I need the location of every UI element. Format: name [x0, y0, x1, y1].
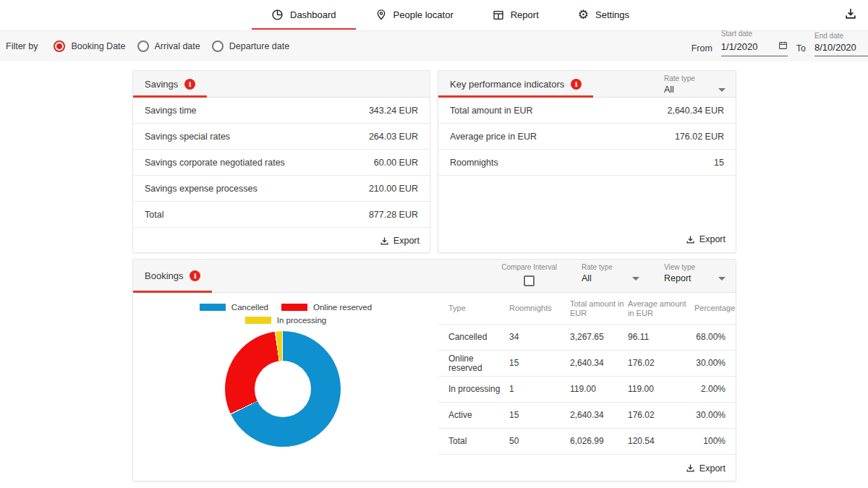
cell-type: Total: [448, 437, 509, 446]
cell-percentage: 30.00%: [694, 359, 726, 368]
savings-row-value: 343.24 EUR: [369, 106, 418, 116]
cell-percentage: 2.00%: [694, 385, 726, 394]
radio-label: Booking Date: [71, 41, 125, 51]
tab-settings[interactable]: ⚙ Settings: [558, 0, 649, 30]
tab-report[interactable]: Report: [473, 0, 558, 30]
gear-icon: ⚙: [578, 9, 589, 21]
rate-type-label: Rate type: [664, 74, 726, 82]
chart-legend: Cancelled Online reserved In processing: [195, 303, 376, 325]
bookings-chart-zone: Cancelled Online reserved In processing: [133, 293, 438, 481]
compare-interval-label: Compare Interval: [501, 263, 557, 271]
tab-dashboard[interactable]: Dashboard: [252, 0, 356, 30]
cell-total: 119.00: [570, 385, 628, 394]
col-header: Type: [448, 304, 509, 313]
tab-people-locator[interactable]: People locator: [356, 0, 473, 30]
info-icon[interactable]: [190, 270, 200, 281]
col-header: Percentage: [694, 304, 735, 313]
cell-roomnights: 15: [509, 359, 570, 368]
cell-percentage: 100%: [694, 437, 726, 446]
to-label: To: [796, 43, 806, 53]
cell-roomnights: 50: [509, 437, 570, 446]
chevron-down-icon: [632, 277, 639, 281]
savings-total-row: Total 877.28 EUR: [133, 202, 430, 228]
bookings-card-header: Bookings Compare Interval Rate type All …: [133, 260, 736, 293]
info-icon[interactable]: [571, 79, 582, 90]
savings-row-value: 264.03 EUR: [369, 132, 418, 142]
end-date-label: End date: [814, 32, 868, 40]
view-type-label: View type: [664, 263, 726, 271]
chevron-down-icon: [718, 277, 726, 281]
savings-card-header: Savings: [133, 71, 430, 98]
kpi-row-label: Average price in EUR: [450, 132, 537, 142]
cell-average: 119.00: [628, 385, 694, 394]
cell-total: 2,640.34: [570, 411, 628, 420]
cell-average: 96.11: [628, 333, 694, 342]
savings-row: Savings time 343.24 EUR: [133, 98, 430, 124]
radio-label: Arrival date: [155, 41, 200, 51]
radio-departure-date[interactable]: Departure date: [212, 40, 289, 52]
download-icon: [685, 234, 696, 245]
legend-label: Cancelled: [231, 303, 268, 312]
kpi-export-button[interactable]: Export: [438, 226, 736, 252]
col-header: Roomnights: [509, 304, 570, 313]
cell-roomnights: 1: [509, 385, 570, 394]
radio-selected-icon: [54, 40, 65, 52]
bookings-table: Type Roomnights Total amount in EUR Aver…: [438, 293, 736, 481]
savings-row-value: 60.00 EUR: [374, 158, 418, 168]
filter-bar: Filter by Booking Date Arrival date Depa…: [0, 30, 868, 61]
compare-interval-checkbox[interactable]: [524, 275, 535, 286]
bookings-title: Bookings: [145, 270, 183, 281]
savings-row-label: Savings time: [145, 106, 197, 116]
table-row: In processing 1 119.00 119.00 2.00%: [438, 377, 736, 403]
cell-type: In processing: [448, 385, 509, 394]
savings-row-label: Savings special rates: [145, 132, 230, 142]
export-label: Export: [393, 236, 420, 246]
kpi-row-value: 2,640.34 EUR: [667, 106, 724, 116]
cell-type: Cancelled: [448, 333, 509, 342]
legend-swatch: [281, 304, 307, 311]
download-icon: [685, 463, 696, 474]
bookings-export-button[interactable]: Export: [685, 455, 726, 481]
cell-roomnights: 15: [509, 411, 570, 420]
savings-row-value: 210.00 EUR: [369, 184, 418, 194]
nav-tabs: Dashboard People locator Report ⚙ Settin…: [252, 0, 649, 30]
radio-label: Departure date: [229, 41, 289, 51]
radio-booking-date[interactable]: Booking Date: [54, 40, 125, 52]
view-type-value: Report: [664, 273, 692, 283]
savings-row: Savings expense processes 210.00 EUR: [133, 176, 430, 202]
radio-arrival-date[interactable]: Arrival date: [137, 40, 200, 52]
end-date-field[interactable]: End date 8/10/2020: [814, 32, 868, 56]
download-icon[interactable]: [843, 7, 858, 21]
kpi-row-value: 15: [714, 158, 724, 168]
report-table-icon: [493, 9, 504, 21]
bookings-donut-chart: [225, 331, 341, 447]
savings-row: Savings corporate negotiated rates 60.00…: [133, 150, 430, 176]
bookings-rate-type-dropdown[interactable]: Rate type All: [582, 263, 639, 286]
kpi-card-header: Key performance indicators Rate type All: [438, 71, 736, 98]
calendar-icon[interactable]: [778, 40, 788, 53]
savings-row-label: Savings corporate negotiated rates: [145, 158, 285, 168]
start-date-value[interactable]: 1/1/2020: [721, 41, 758, 52]
export-label: Export: [699, 234, 726, 244]
kpi-rate-type-dropdown[interactable]: Rate type All: [664, 74, 726, 95]
cell-percentage: 68.00%: [694, 333, 726, 342]
cell-type: Active: [448, 411, 509, 420]
cell-type: Online reserved: [448, 354, 509, 373]
end-date-value[interactable]: 8/10/2020: [814, 42, 856, 53]
dashboard-icon: [271, 9, 284, 21]
legend-item-in-processing: In processing: [245, 316, 326, 325]
kpi-row: Total amount in EUR 2,640.34 EUR: [438, 98, 736, 124]
compare-interval-control: Compare Interval: [501, 263, 557, 286]
rate-type-value: All: [582, 273, 592, 283]
cell-average: 120.54: [628, 437, 694, 446]
info-icon[interactable]: [184, 79, 195, 90]
table-header-row: Type Roomnights Total amount in EUR Aver…: [438, 293, 736, 325]
view-type-dropdown[interactable]: View type Report: [664, 263, 726, 286]
savings-title: Savings: [145, 79, 178, 90]
savings-row-label: Total: [145, 210, 163, 220]
savings-export-button[interactable]: Export: [133, 228, 430, 254]
cell-average: 176.02: [628, 411, 694, 420]
tab-label: Report: [511, 9, 539, 20]
start-date-field[interactable]: Start date 1/1/2020: [721, 30, 788, 56]
tab-label: Dashboard: [290, 9, 336, 20]
